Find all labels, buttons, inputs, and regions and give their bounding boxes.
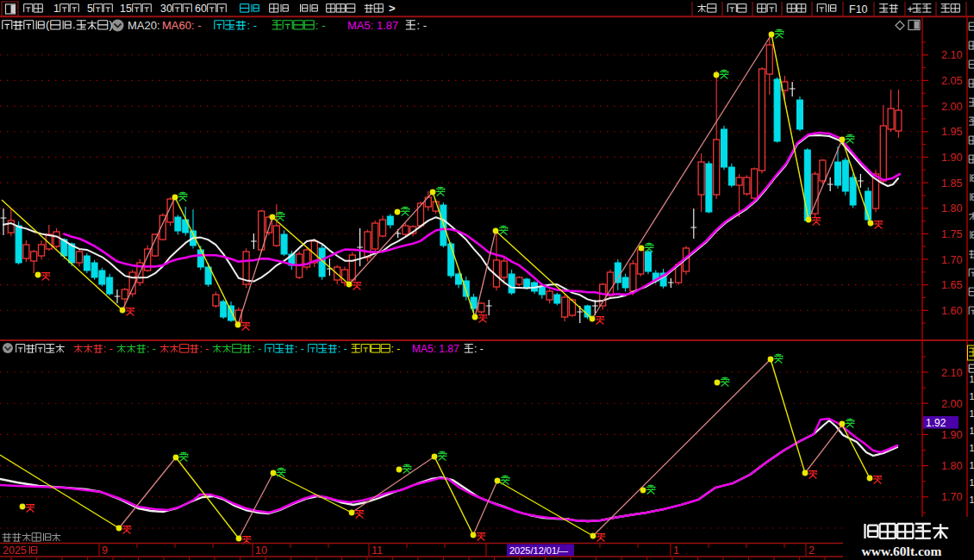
svg-text:1.80: 1.80 [941,202,962,215]
svg-text:2.10: 2.10 [941,367,962,379]
svg-text:: -: : - [247,19,258,32]
svg-text:2025: 2025 [3,544,27,557]
svg-text:: -: : - [147,343,156,355]
svg-text:MA5: 1.87: MA5: 1.87 [347,19,398,32]
svg-text:1.92: 1.92 [926,417,946,429]
svg-text:: -: : - [315,19,326,32]
svg-text:: -: : - [295,343,304,355]
svg-text:: -: : - [200,343,209,355]
svg-text:1.90: 1.90 [941,152,962,164]
svg-text:2.05: 2.05 [941,75,962,87]
svg-text:.: . [72,18,76,31]
svg-text:(: ( [46,18,50,31]
svg-text:1.85: 1.85 [941,177,962,190]
svg-text:1.75: 1.75 [941,228,962,240]
svg-text:>: > [389,2,396,15]
svg-text:1: 1 [970,460,974,470]
svg-text:—: — [559,545,568,556]
svg-text:2.00: 2.00 [941,398,962,410]
svg-text:MA5: 1.87: MA5: 1.87 [412,343,459,355]
svg-text:1.90: 1.90 [941,429,962,441]
svg-text:MA20:: MA20: [128,19,160,32]
svg-text:1: 1 [53,3,59,15]
svg-text:2.00: 2.00 [941,101,962,113]
svg-text:: -: : - [474,343,484,355]
svg-text:: -: : - [253,343,262,355]
svg-text:1.70: 1.70 [941,491,962,503]
svg-text:MA60: -: MA60: - [162,19,202,32]
svg-text:1: 1 [970,408,974,419]
svg-text:10: 10 [255,544,267,557]
svg-text:1.70: 1.70 [941,254,962,266]
svg-text:60: 60 [195,3,207,15]
svg-text:1: 1 [970,495,974,505]
svg-text:15: 15 [120,3,132,15]
svg-text:1: 1 [970,374,974,384]
svg-text:2025/12/01/: 2025/12/01/ [509,545,560,556]
svg-text:1: 1 [970,443,974,453]
svg-text:: -: : - [338,343,347,355]
svg-text:1.65: 1.65 [941,279,962,291]
svg-text:9: 9 [102,544,108,557]
svg-text:: -: : - [417,19,428,32]
svg-text:: -: : - [391,343,401,355]
svg-text:1.60: 1.60 [941,305,962,317]
svg-text:www.60lt.com: www.60lt.com [862,544,942,558]
svg-text:2: 2 [809,544,815,557]
svg-text:2.10: 2.10 [941,49,962,61]
svg-text:: -: : - [103,343,113,355]
svg-text:1: 1 [970,426,974,436]
svg-text:11: 11 [371,544,383,557]
svg-text:1: 1 [970,477,974,488]
svg-text:1: 1 [970,391,974,401]
svg-text:+: + [908,3,914,16]
svg-text:30: 30 [160,3,172,15]
svg-text:1: 1 [673,544,679,557]
svg-text:1.95: 1.95 [941,126,962,138]
svg-text:5: 5 [87,3,93,15]
svg-text:F10: F10 [849,3,868,16]
svg-text:1.80: 1.80 [941,460,962,472]
